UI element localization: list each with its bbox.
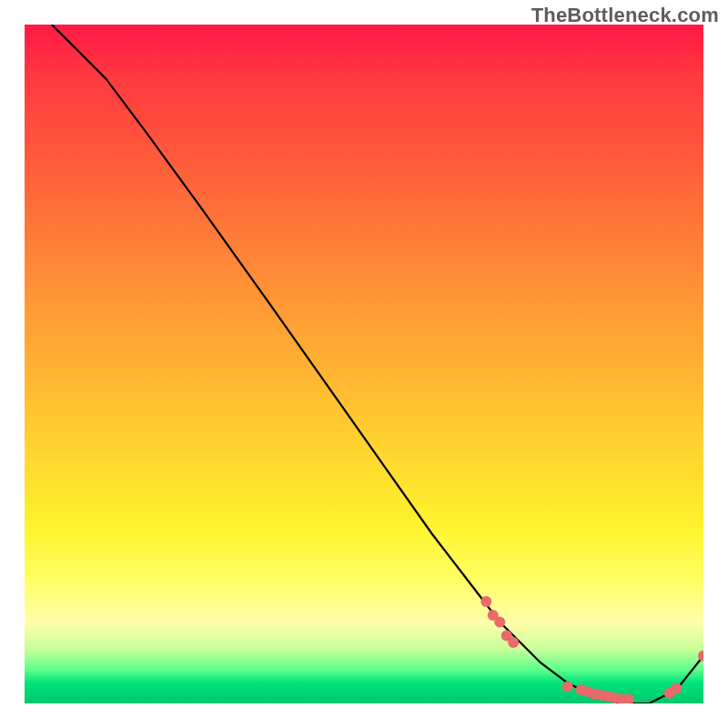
curve-group xyxy=(52,25,703,703)
data-marker xyxy=(508,637,519,648)
data-marker xyxy=(562,681,573,692)
data-marker xyxy=(480,596,491,607)
chart-container: TheBottleneck.com xyxy=(0,0,728,728)
watermark-text: TheBottleneck.com xyxy=(531,4,719,27)
marker-group xyxy=(480,596,703,703)
data-marker xyxy=(494,617,505,628)
data-marker xyxy=(671,683,682,694)
data-marker xyxy=(698,651,703,662)
chart-svg xyxy=(25,25,703,703)
bottleneck-line xyxy=(52,25,703,703)
